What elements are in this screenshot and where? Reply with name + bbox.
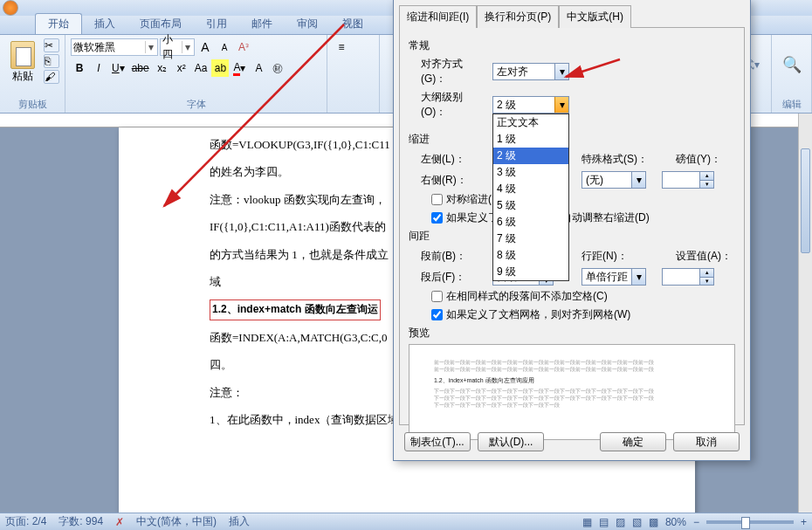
outline-option[interactable]: 6 级 <box>493 214 568 231</box>
group-edit: 🔍 编辑 <box>772 35 812 113</box>
special-indent-select[interactable]: (无)▾ <box>581 171 646 189</box>
dialog-buttons: 制表位(T)... 默认(D)... 确定 取消 <box>394 425 750 458</box>
font-name-value: 微软雅黑 <box>73 40 145 55</box>
outline-option[interactable]: 9 级 <box>493 264 568 280</box>
outline-option[interactable]: 2 级 <box>493 148 568 164</box>
outline-option[interactable]: 7 级 <box>493 231 568 247</box>
italic-button[interactable]: I <box>90 59 107 77</box>
char-value-input[interactable]: ▴▾ <box>662 171 714 189</box>
left-indent-label: 左侧(L)： <box>421 152 487 167</box>
bold-button[interactable]: B <box>71 59 88 77</box>
section-spacing: 间距 <box>409 229 735 244</box>
status-page[interactable]: 页面: 2/4 <box>5 514 46 529</box>
font-name-select[interactable]: 微软雅黑 ▾ <box>71 38 158 56</box>
chevron-down-icon: ▾ <box>554 97 568 113</box>
group-font: 微软雅黑 ▾ 小四 ▾ A A Aᵌ B I U▾ abe x₂ x² Aa a… <box>65 35 327 113</box>
chevron-down-icon: ▾ <box>145 41 155 53</box>
change-case-button[interactable]: Aa <box>192 59 210 77</box>
cancel-button[interactable]: 取消 <box>673 432 740 451</box>
auto-indent-check[interactable]: 如果定义了文档网格，则自动调整右缩进(D) <box>409 210 735 225</box>
tab-chinese[interactable]: 中文版式(H) <box>559 5 631 28</box>
cut-button[interactable]: ✂ <box>44 38 59 52</box>
zoom-in-button[interactable]: + <box>801 516 807 528</box>
vertical-scrollbar[interactable] <box>798 114 812 513</box>
dialog-tabs: 缩进和间距(I) 换行和分页(P) 中文版式(H) <box>394 0 750 27</box>
underline-button[interactable]: U▾ <box>109 59 127 77</box>
edit-group-label: 编辑 <box>777 96 806 111</box>
font-color-button[interactable]: A▾ <box>231 59 248 77</box>
tab-insert[interactable]: 插入 <box>82 14 127 34</box>
tab-view[interactable]: 视图 <box>330 14 375 34</box>
chevron-down-icon: ▾ <box>182 41 192 53</box>
view-draft-icon[interactable]: ▩ <box>649 516 658 528</box>
bullet-list-button[interactable]: ≡ <box>333 38 350 56</box>
snap-grid-check[interactable]: 如果定义了文档网格，则对齐到网格(W) <box>409 307 735 322</box>
view-print-layout-icon[interactable]: ▦ <box>582 516 592 528</box>
tabs-button[interactable]: 制表位(T)... <box>404 432 471 451</box>
clipboard-icon <box>10 41 35 69</box>
tab-references[interactable]: 引用 <box>194 14 239 34</box>
char-label: 磅值(Y)： <box>676 152 721 167</box>
status-words[interactable]: 字数: 994 <box>58 514 103 529</box>
zoom-level[interactable]: 80% <box>665 516 686 528</box>
scrollbar-thumb[interactable] <box>801 148 810 253</box>
section-preview: 预览 <box>409 326 735 341</box>
paste-button[interactable]: 粘贴 <box>5 38 40 86</box>
zoom-slider[interactable] <box>706 520 794 524</box>
font-size-value: 小四 <box>162 32 182 62</box>
tab-review[interactable]: 审阅 <box>285 14 330 34</box>
copy-button[interactable]: ⎘ <box>44 54 59 68</box>
at-value-input[interactable]: ▴▾ <box>662 268 714 286</box>
outline-option[interactable]: 8 级 <box>493 247 568 264</box>
superscript-button[interactable]: x² <box>173 59 190 77</box>
outline-option[interactable]: 1 级 <box>493 131 568 148</box>
section-general: 常规 <box>409 38 735 53</box>
status-bar: 页面: 2/4 字数: 994 ✗ 中文(简体，中国) 插入 ▦ ▤ ▨ ▧ ▩… <box>0 513 812 530</box>
dialog-body: 常规 对齐方式(G)： 左对齐 ▾ 大纲级别(O)： 2 级 ▾ 正文文本 1 … <box>399 27 745 425</box>
clipboard-group-label: 剪贴板 <box>5 96 59 111</box>
find-icon[interactable]: 🔍 <box>782 55 802 74</box>
view-outline-icon[interactable]: ▧ <box>632 516 642 528</box>
alignment-select[interactable]: 左对齐 ▾ <box>492 63 569 80</box>
zoom-out-button[interactable]: − <box>693 516 699 528</box>
ok-button[interactable]: 确定 <box>600 432 666 451</box>
format-painter-button[interactable]: 🖌 <box>44 70 59 84</box>
tab-line-break[interactable]: 换行和分页(P) <box>477 5 559 28</box>
outline-option[interactable]: 正文文本 <box>493 114 568 131</box>
shrink-font-button[interactable]: A <box>216 38 233 56</box>
strike-button[interactable]: abe <box>129 59 152 77</box>
right-indent-label: 右侧(R)： <box>421 173 487 188</box>
highlight-button[interactable]: ab <box>211 59 229 77</box>
outline-level-select[interactable]: 2 级 ▾ 正文文本 1 级 2 级 3 级 4 级 5 级 6 级 7 级 8… <box>492 96 569 114</box>
view-web-icon[interactable]: ▨ <box>616 516 625 528</box>
font-size-select[interactable]: 小四 ▾ <box>160 38 195 56</box>
group-paragraph-partial: ≡ <box>327 35 380 113</box>
paste-label: 粘贴 <box>12 69 33 84</box>
line-spacing-select[interactable]: 单倍行距▾ <box>581 268 646 286</box>
char-shading-button[interactable]: A <box>250 59 267 77</box>
outline-value: 2 级 <box>493 98 554 113</box>
subscript-button[interactable]: x₂ <box>154 59 171 77</box>
status-mode[interactable]: 插入 <box>229 514 250 529</box>
at-label: 设置值(A)： <box>676 249 732 264</box>
outline-option[interactable]: 4 级 <box>493 181 568 197</box>
no-space-check[interactable]: 在相同样式的段落间不添加空格(C) <box>409 289 735 304</box>
alignment-value: 左对齐 <box>493 65 554 79</box>
clear-format-button[interactable]: Aᵌ <box>235 38 252 56</box>
tab-home[interactable]: 开始 <box>35 13 82 34</box>
tab-mail[interactable]: 邮件 <box>239 14 285 34</box>
proofing-icon[interactable]: ✗ <box>115 516 124 528</box>
tab-indent-spacing[interactable]: 缩进和间距(I) <box>399 5 477 28</box>
line-spacing-label: 行距(N)： <box>581 249 648 264</box>
office-button[interactable] <box>3 0 18 16</box>
mirror-indent-check[interactable]: 对称缩进(M) <box>409 192 735 207</box>
outline-option[interactable]: 3 级 <box>493 164 568 181</box>
grow-font-button[interactable]: A <box>196 38 214 56</box>
default-button[interactable]: 默认(D)... <box>478 432 544 451</box>
outline-option[interactable]: 5 级 <box>493 197 568 214</box>
before-label: 段前(B)： <box>421 249 487 264</box>
enclosed-char-button[interactable]: ㊖ <box>269 59 286 77</box>
tab-layout[interactable]: 页面布局 <box>127 14 194 34</box>
view-reading-icon[interactable]: ▤ <box>599 516 609 528</box>
status-language[interactable]: 中文(简体，中国) <box>136 514 217 529</box>
